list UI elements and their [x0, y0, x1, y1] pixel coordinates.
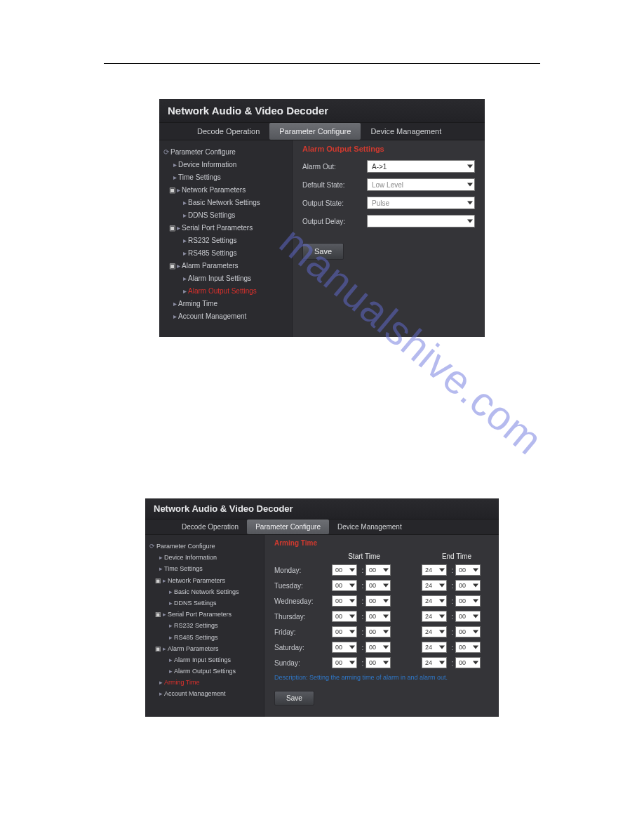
start-time-header: Start Time [332, 552, 396, 560]
description-text: Description: Setting the arming time of … [274, 674, 489, 681]
time-separator: : [360, 582, 365, 590]
wednesday-start-hour-select[interactable]: 00 [332, 595, 357, 607]
tree-time-settings[interactable]: ▸Time Settings [163, 171, 288, 184]
alarm-out-select[interactable]: A->1 [367, 160, 475, 173]
friday-end-hour-select[interactable]: 24 [422, 626, 447, 637]
tab-decode-operation[interactable]: Decode Operation [187, 123, 269, 140]
day-label: Thursday: [274, 613, 332, 621]
alarm-out-label: Alarm Out: [302, 163, 367, 171]
chevron-down-icon [473, 646, 478, 649]
tree-basic-network-settings[interactable]: ▸Basic Network Settings [163, 197, 288, 209]
tree-root-label: Parameter Configure [156, 543, 215, 550]
tuesday-start-minute-select[interactable]: 00 [365, 580, 391, 591]
sunday-start-hour-select[interactable]: 00 [332, 657, 357, 668]
tree-label: Serial Port Parameters [182, 224, 253, 232]
thursday-start-hour-select[interactable]: 00 [332, 611, 357, 622]
save-button[interactable]: Save [274, 691, 314, 706]
select-value: 24 [425, 644, 432, 651]
thursday-start-minute-select[interactable]: 00 [365, 611, 391, 622]
select-value: 00 [335, 567, 342, 574]
time-separator: : [450, 613, 455, 621]
tree-device-information[interactable]: ▸Device Information [163, 159, 288, 171]
tree-alarm-parameters[interactable]: ▣▸Alarm Parameters [163, 260, 288, 272]
tree-ddns-settings[interactable]: ▸DDNS Settings [163, 209, 288, 222]
sunday-end-minute-select[interactable]: 00 [455, 657, 481, 668]
tree-root[interactable]: ⟳Parameter Configure [163, 146, 288, 159]
save-button[interactable]: Save [302, 243, 344, 260]
select-value: 24 [425, 628, 432, 635]
wednesday-end-hour-select[interactable]: 24 [422, 595, 447, 607]
tree-alarm-input-settings[interactable]: ▸Alarm Input Settings [149, 654, 260, 666]
sunday-start-minute-select[interactable]: 00 [365, 657, 391, 668]
tree-account-management[interactable]: ▸Account Management [163, 310, 288, 323]
tree-ddns-settings[interactable]: ▸DDNS Settings [149, 597, 260, 609]
sidebar-tree: ⟳Parameter Configure ▸Device Information… [145, 535, 264, 717]
tab-decode-operation[interactable]: Decode Operation [173, 519, 247, 534]
time-separator: : [360, 628, 365, 636]
thursday-end-minute-select[interactable]: 00 [455, 611, 481, 622]
select-value: 00 [335, 613, 342, 620]
tree-serial-port-parameters[interactable]: ▣▸Serial Port Parameters [163, 222, 288, 234]
tree-alarm-output-settings[interactable]: ▸Alarm Output Settings [149, 666, 260, 677]
sidebar-tree: ⟳Parameter Configure ▸Device Information… [159, 140, 293, 337]
saturday-end-minute-select[interactable]: 00 [455, 642, 481, 653]
tree-arming-time[interactable]: ▸Arming Time [163, 298, 288, 310]
chevron-down-icon [439, 569, 445, 572]
tree-rs485-settings[interactable]: ▸RS485 Settings [163, 247, 288, 260]
monday-end-hour-select[interactable]: 24 [422, 564, 447, 576]
tree-network-parameters[interactable]: ▣▸Network Parameters [149, 575, 260, 586]
tree-rs232-settings[interactable]: ▸RS232 Settings [149, 620, 260, 631]
tree-device-information[interactable]: ▸Device Information [149, 552, 260, 563]
tab-device-management[interactable]: Device Management [361, 123, 451, 140]
tree-label: Alarm Output Settings [188, 287, 257, 295]
chevron-down-icon [467, 165, 473, 168]
time-separator: : [450, 628, 455, 636]
output-state-label: Output State: [302, 199, 367, 207]
tree-alarm-output-settings[interactable]: ▸Alarm Output Settings [163, 285, 288, 298]
chevron-down-icon [349, 600, 355, 603]
chevron-down-icon [349, 615, 355, 618]
tuesday-start-hour-select[interactable]: 00 [332, 580, 357, 591]
time-separator: : [450, 582, 455, 590]
chevron-down-icon [473, 615, 478, 618]
tree-root[interactable]: ⟳Parameter Configure [149, 541, 260, 552]
saturday-end-hour-select[interactable]: 24 [422, 642, 447, 653]
thursday-end-hour-select[interactable]: 24 [422, 611, 447, 622]
chevron-down-icon [383, 646, 389, 649]
select-value: 00 [459, 644, 466, 651]
tree-rs485-settings[interactable]: ▸RS485 Settings [149, 632, 260, 643]
chevron-down-icon [473, 630, 478, 634]
tuesday-end-minute-select[interactable]: 00 [455, 580, 481, 591]
monday-start-minute-select[interactable]: 00 [365, 564, 391, 576]
chevron-down-icon [473, 569, 478, 572]
friday-start-hour-select[interactable]: 00 [332, 626, 357, 637]
select-value: Pulse [372, 199, 389, 207]
tree-alarm-input-settings[interactable]: ▸Alarm Input Settings [163, 272, 288, 285]
tree-time-settings[interactable]: ▸Time Settings [149, 563, 260, 574]
tree-label: RS232 Settings [174, 622, 218, 629]
tab-parameter-configure[interactable]: Parameter Configure [247, 519, 329, 534]
tree-rs232-settings[interactable]: ▸RS232 Settings [163, 234, 288, 247]
saturday-start-hour-select[interactable]: 00 [332, 642, 357, 653]
tab-device-management[interactable]: Device Management [329, 519, 410, 534]
tree-serial-port-parameters[interactable]: ▣▸Serial Port Parameters [149, 609, 260, 620]
tree-alarm-parameters[interactable]: ▣▸Alarm Parameters [149, 643, 260, 654]
friday-end-minute-select[interactable]: 00 [455, 626, 481, 637]
monday-start-hour-select[interactable]: 00 [332, 564, 357, 576]
default-state-select[interactable]: Low Level [367, 178, 475, 191]
tuesday-end-hour-select[interactable]: 24 [422, 580, 447, 591]
wednesday-start-minute-select[interactable]: 00 [365, 595, 391, 607]
wednesday-end-minute-select[interactable]: 00 [455, 595, 481, 607]
tab-parameter-configure[interactable]: Parameter Configure [269, 123, 361, 140]
tree-account-management[interactable]: ▸Account Management [149, 688, 260, 699]
monday-end-minute-select[interactable]: 00 [455, 564, 481, 576]
tree-network-parameters[interactable]: ▣▸Network Parameters [163, 184, 288, 197]
tree-basic-network-settings[interactable]: ▸Basic Network Settings [149, 586, 260, 597]
output-state-select[interactable]: Pulse [367, 197, 475, 209]
saturday-start-minute-select[interactable]: 00 [365, 642, 391, 653]
friday-start-minute-select[interactable]: 00 [365, 626, 391, 637]
sunday-end-hour-select[interactable]: 24 [422, 657, 447, 668]
tree-arming-time[interactable]: ▸Arming Time [149, 677, 260, 688]
output-delay-select[interactable] [367, 215, 475, 227]
select-value: 00 [459, 628, 466, 635]
